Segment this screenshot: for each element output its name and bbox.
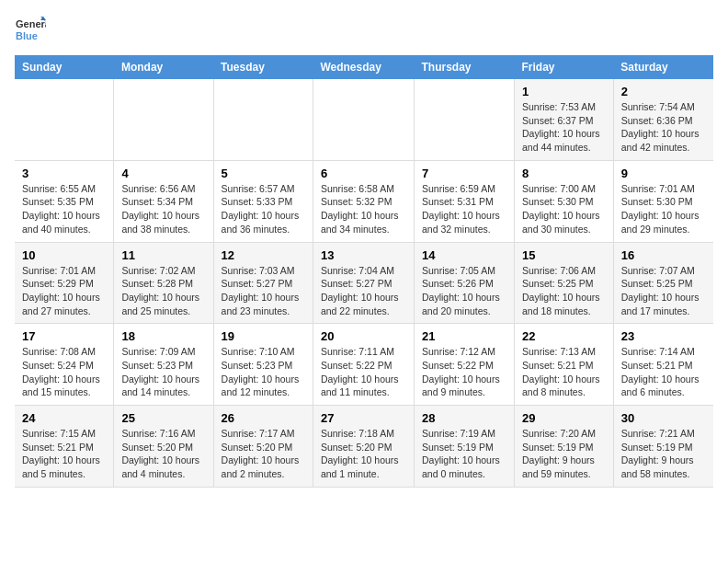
- day-number: 3: [22, 167, 106, 180]
- calendar-cell: 3Sunrise: 6:55 AM Sunset: 5:35 PM Daylig…: [15, 160, 114, 242]
- calendar-cell: 13Sunrise: 7:04 AM Sunset: 5:27 PM Dayli…: [313, 242, 414, 324]
- calendar-cell: 16Sunrise: 7:07 AM Sunset: 5:25 PM Dayli…: [613, 242, 713, 324]
- calendar-cell: 15Sunrise: 7:06 AM Sunset: 5:25 PM Dayli…: [514, 242, 613, 324]
- calendar-cell: 8Sunrise: 7:00 AM Sunset: 5:30 PM Daylig…: [514, 160, 613, 242]
- calendar-cell: 20Sunrise: 7:11 AM Sunset: 5:22 PM Dayli…: [313, 324, 414, 406]
- calendar-cell: [313, 79, 414, 160]
- logo: General Blue: [15, 15, 46, 46]
- calendar-cell: 14Sunrise: 7:05 AM Sunset: 5:26 PM Dayli…: [415, 242, 515, 324]
- calendar-cell: 4Sunrise: 6:56 AM Sunset: 5:34 PM Daylig…: [114, 160, 213, 242]
- column-header-monday: Monday: [114, 55, 213, 79]
- column-header-tuesday: Tuesday: [213, 55, 313, 79]
- column-header-friday: Friday: [514, 55, 613, 79]
- calendar-cell: 24Sunrise: 7:15 AM Sunset: 5:21 PM Dayli…: [15, 406, 114, 488]
- day-number: 9: [621, 167, 706, 180]
- day-info: Sunrise: 7:54 AM Sunset: 6:36 PM Dayligh…: [621, 100, 706, 155]
- calendar-cell: 6Sunrise: 6:58 AM Sunset: 5:32 PM Daylig…: [313, 160, 414, 242]
- calendar-cell: [213, 79, 313, 160]
- day-info: Sunrise: 7:15 AM Sunset: 5:21 PM Dayligh…: [22, 427, 106, 481]
- day-info: Sunrise: 7:14 AM Sunset: 5:21 PM Dayligh…: [621, 345, 706, 399]
- day-number: 12: [222, 248, 305, 262]
- day-info: Sunrise: 7:01 AM Sunset: 5:30 PM Dayligh…: [621, 182, 706, 236]
- column-header-wednesday: Wednesday: [313, 55, 414, 79]
- day-info: Sunrise: 7:10 AM Sunset: 5:23 PM Dayligh…: [222, 345, 305, 399]
- day-number: 19: [222, 329, 305, 343]
- calendar-cell: 9Sunrise: 7:01 AM Sunset: 5:30 PM Daylig…: [613, 160, 713, 242]
- calendar-cell: 17Sunrise: 7:08 AM Sunset: 5:24 PM Dayli…: [15, 324, 114, 406]
- day-number: 13: [321, 248, 406, 262]
- day-number: 10: [22, 248, 106, 262]
- day-number: 20: [321, 329, 406, 343]
- calendar-cell: 27Sunrise: 7:18 AM Sunset: 5:20 PM Dayli…: [313, 406, 414, 488]
- calendar-table: SundayMondayTuesdayWednesdayThursdayFrid…: [15, 55, 713, 488]
- day-number: 6: [321, 167, 406, 180]
- day-info: Sunrise: 7:04 AM Sunset: 5:27 PM Dayligh…: [321, 264, 406, 318]
- day-info: Sunrise: 7:17 AM Sunset: 5:20 PM Dayligh…: [222, 427, 305, 481]
- calendar-cell: 21Sunrise: 7:12 AM Sunset: 5:22 PM Dayli…: [415, 324, 515, 406]
- svg-text:Blue: Blue: [16, 30, 38, 41]
- calendar-cell: 28Sunrise: 7:19 AM Sunset: 5:19 PM Dayli…: [415, 406, 515, 488]
- calendar-cell: 18Sunrise: 7:09 AM Sunset: 5:23 PM Dayli…: [114, 324, 213, 406]
- day-number: 15: [522, 248, 606, 262]
- calendar-cell: 29Sunrise: 7:20 AM Sunset: 5:19 PM Dayli…: [514, 406, 613, 488]
- calendar-cell: [415, 79, 515, 160]
- day-number: 22: [522, 329, 606, 343]
- day-info: Sunrise: 7:08 AM Sunset: 5:24 PM Dayligh…: [22, 345, 106, 399]
- day-number: 16: [621, 248, 706, 262]
- column-header-thursday: Thursday: [415, 55, 515, 79]
- day-info: Sunrise: 7:00 AM Sunset: 5:30 PM Dayligh…: [522, 182, 606, 236]
- calendar-cell: 5Sunrise: 6:57 AM Sunset: 5:33 PM Daylig…: [213, 160, 313, 242]
- day-number: 14: [422, 248, 506, 262]
- calendar-header: SundayMondayTuesdayWednesdayThursdayFrid…: [15, 55, 713, 79]
- day-info: Sunrise: 7:02 AM Sunset: 5:28 PM Dayligh…: [121, 264, 205, 318]
- day-info: Sunrise: 6:56 AM Sunset: 5:34 PM Dayligh…: [121, 182, 205, 236]
- day-info: Sunrise: 7:19 AM Sunset: 5:19 PM Dayligh…: [422, 427, 506, 481]
- calendar-cell: 23Sunrise: 7:14 AM Sunset: 5:21 PM Dayli…: [613, 324, 713, 406]
- day-info: Sunrise: 6:57 AM Sunset: 5:33 PM Dayligh…: [222, 182, 305, 236]
- calendar-cell: [15, 79, 114, 160]
- calendar-cell: 11Sunrise: 7:02 AM Sunset: 5:28 PM Dayli…: [114, 242, 213, 324]
- week-row: 3Sunrise: 6:55 AM Sunset: 5:35 PM Daylig…: [15, 160, 713, 242]
- day-number: 28: [422, 411, 506, 425]
- page-header: General Blue: [15, 15, 713, 46]
- calendar-cell: 26Sunrise: 7:17 AM Sunset: 5:20 PM Dayli…: [213, 406, 313, 488]
- day-number: 25: [121, 411, 205, 425]
- calendar-cell: [114, 79, 213, 160]
- day-info: Sunrise: 7:06 AM Sunset: 5:25 PM Dayligh…: [522, 264, 606, 318]
- day-number: 4: [121, 167, 205, 180]
- day-number: 5: [222, 167, 305, 180]
- calendar-cell: 12Sunrise: 7:03 AM Sunset: 5:27 PM Dayli…: [213, 242, 313, 324]
- column-header-saturday: Saturday: [613, 55, 713, 79]
- day-info: Sunrise: 7:07 AM Sunset: 5:25 PM Dayligh…: [621, 264, 706, 318]
- day-number: 11: [121, 248, 205, 262]
- day-info: Sunrise: 7:03 AM Sunset: 5:27 PM Dayligh…: [222, 264, 305, 318]
- day-number: 7: [422, 167, 506, 180]
- day-info: Sunrise: 7:01 AM Sunset: 5:29 PM Dayligh…: [22, 264, 106, 318]
- day-number: 26: [222, 411, 305, 425]
- day-info: Sunrise: 7:53 AM Sunset: 6:37 PM Dayligh…: [522, 100, 606, 155]
- day-number: 8: [522, 167, 606, 180]
- calendar-cell: 1Sunrise: 7:53 AM Sunset: 6:37 PM Daylig…: [514, 79, 613, 160]
- day-number: 23: [621, 329, 706, 343]
- calendar-cell: 25Sunrise: 7:16 AM Sunset: 5:20 PM Dayli…: [114, 406, 213, 488]
- calendar-cell: 19Sunrise: 7:10 AM Sunset: 5:23 PM Dayli…: [213, 324, 313, 406]
- day-number: 21: [422, 329, 506, 343]
- logo-svg: General Blue: [15, 15, 46, 46]
- day-info: Sunrise: 7:11 AM Sunset: 5:22 PM Dayligh…: [321, 345, 406, 399]
- day-info: Sunrise: 7:05 AM Sunset: 5:26 PM Dayligh…: [422, 264, 506, 318]
- day-number: 1: [522, 85, 606, 98]
- week-row: 10Sunrise: 7:01 AM Sunset: 5:29 PM Dayli…: [15, 242, 713, 324]
- calendar-cell: 7Sunrise: 6:59 AM Sunset: 5:31 PM Daylig…: [415, 160, 515, 242]
- day-number: 18: [121, 329, 205, 343]
- day-number: 24: [22, 411, 106, 425]
- day-number: 29: [522, 411, 606, 425]
- day-info: Sunrise: 6:59 AM Sunset: 5:31 PM Dayligh…: [422, 182, 506, 236]
- day-number: 30: [621, 411, 706, 425]
- calendar-cell: 22Sunrise: 7:13 AM Sunset: 5:21 PM Dayli…: [514, 324, 613, 406]
- column-header-sunday: Sunday: [15, 55, 114, 79]
- day-number: 27: [321, 411, 406, 425]
- day-info: Sunrise: 7:16 AM Sunset: 5:20 PM Dayligh…: [121, 427, 205, 481]
- week-row: 17Sunrise: 7:08 AM Sunset: 5:24 PM Dayli…: [15, 324, 713, 406]
- day-info: Sunrise: 7:09 AM Sunset: 5:23 PM Dayligh…: [121, 345, 205, 399]
- day-number: 2: [621, 85, 706, 98]
